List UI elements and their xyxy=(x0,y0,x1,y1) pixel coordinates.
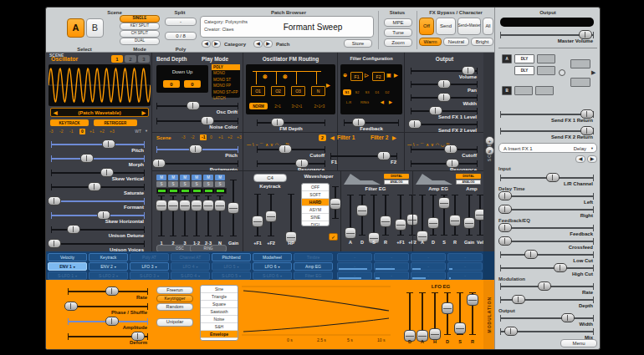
slider-handle[interactable] xyxy=(105,287,119,296)
octave-minus2[interactable]: -2 xyxy=(59,129,63,134)
slider-handle[interactable] xyxy=(554,263,567,272)
fx-node-dly2[interactable]: DLY xyxy=(514,66,534,75)
slider-handle[interactable] xyxy=(80,154,94,163)
fx-node-insert[interactable] xyxy=(535,86,554,95)
slider-handle[interactable] xyxy=(102,139,115,149)
mod-src-filtereg[interactable]: Filter EG xyxy=(294,271,333,280)
fader-handle[interactable] xyxy=(449,215,461,226)
mode-keysplit-button[interactable]: KEY SPLIT xyxy=(120,23,160,30)
mixer-fader-noise[interactable]: N xyxy=(214,194,226,246)
wavetable-prev-icon[interactable]: ◀ xyxy=(54,110,58,115)
fx-feedback-slider[interactable]: Feedback xyxy=(500,223,594,237)
lfo-rate-slider[interactable]: Rate xyxy=(68,287,148,301)
mode-single-button[interactable]: SINGLE xyxy=(120,15,160,23)
lfo-unipolar-button[interactable]: Unipolar xyxy=(156,318,193,327)
lfo-keytrigger-button[interactable]: Keytrigger xyxy=(156,295,193,302)
filter1-label[interactable]: Filter 1 xyxy=(337,135,355,141)
fader-handle[interactable] xyxy=(454,322,466,334)
osc-formant-slider[interactable]: Formant xyxy=(51,196,145,210)
fx-delay-right-slider[interactable]: Right xyxy=(500,205,594,219)
mod-src-velocity[interactable]: Velocity xyxy=(48,253,87,261)
fx-node-insert[interactable] xyxy=(537,54,555,63)
slider-handle[interactable] xyxy=(48,239,61,248)
slider-handle[interactable] xyxy=(88,182,101,191)
lfo-eg-decay-fader[interactable]: D xyxy=(442,291,453,344)
scene-b-button[interactable]: B xyxy=(86,18,104,38)
fader-handle[interactable] xyxy=(227,202,239,214)
filter1-cutoff-slider[interactable]: Cutoff xyxy=(257,145,325,159)
bend-up-value[interactable]: 0 xyxy=(184,80,201,88)
mixer-mute-noise[interactable]: M xyxy=(215,175,225,180)
amp-eg-release-fader[interactable]: R xyxy=(449,193,461,245)
mod-slot[interactable]: - xyxy=(447,253,483,261)
osc-retrigger-button[interactable]: RETRIGGER xyxy=(94,119,137,126)
play-mode-poly[interactable]: POLY xyxy=(212,64,240,70)
waveshaper-enable-checkbox[interactable]: ✓ xyxy=(329,233,338,241)
category-prev-button[interactable]: ◀ xyxy=(202,40,211,48)
scene-sendfx1-slider[interactable]: Send FX 1 Level xyxy=(411,106,478,120)
scene-octave-minus3[interactable]: -3 xyxy=(181,135,185,139)
filter1-subtype-badge[interactable]: 2 xyxy=(319,134,326,141)
wt-type-label[interactable]: WT xyxy=(135,129,141,134)
fx-mod-depth-slider[interactable]: Depth xyxy=(500,295,594,309)
lfo-shape-triangle[interactable]: Triangle xyxy=(201,293,238,301)
fader-handle[interactable] xyxy=(438,197,450,209)
fm-depth-slider[interactable]: FM Depth xyxy=(257,118,325,132)
filter-eg-decay-fader[interactable]: D xyxy=(356,193,368,245)
lfo-eg-hold-fader[interactable]: H xyxy=(429,291,441,344)
scene-volume-slider[interactable]: Volume xyxy=(411,66,478,80)
osc-tab-3[interactable]: 3 xyxy=(138,55,150,63)
mod-src-slfo3[interactable]: S-LFO 3▾ xyxy=(130,271,169,280)
fm-route-norm-button[interactable]: NORM xyxy=(249,103,268,109)
fx-lr-channel-slider[interactable]: L/R Channel xyxy=(500,173,594,187)
mod-slot[interactable]: - xyxy=(447,262,483,271)
mixer-mute-ring23[interactable]: M xyxy=(203,175,213,180)
fader-handle[interactable] xyxy=(167,200,179,211)
lfo-waveform-display[interactable] xyxy=(242,285,391,337)
mixer-fader-1[interactable]: 1 xyxy=(156,194,167,246)
lfo-phase-slider[interactable]: Phase / Shuffle xyxy=(68,302,148,316)
digital-option[interactable]: DIGITAL xyxy=(456,174,481,179)
mod-src-timbre[interactable]: Timbre xyxy=(294,253,333,261)
mod-slot[interactable]: - xyxy=(374,253,409,261)
mixer-mute-1[interactable]: M xyxy=(156,175,166,180)
fx-node-send2[interactable] xyxy=(570,78,590,87)
slider-handle[interactable] xyxy=(444,145,457,154)
mod-src-env2[interactable]: ENV 2▾ xyxy=(89,262,128,271)
character-neutral-button[interactable]: Neutral xyxy=(443,38,469,46)
mixer-fader-3[interactable]: 3 xyxy=(179,194,191,246)
lfo-random-button[interactable]: Random xyxy=(156,303,193,311)
fx-bypass-sendmaster-button[interactable]: Send+Master xyxy=(457,18,481,35)
osc-saturate-slider[interactable]: Saturate xyxy=(51,182,145,196)
slider-handle[interactable] xyxy=(279,145,292,154)
slider-handle[interactable] xyxy=(105,317,119,326)
fx-width-slider[interactable]: Width xyxy=(500,313,594,327)
lfo-shape-envelope[interactable]: Envelope xyxy=(201,331,238,338)
octave-zero[interactable]: 0 xyxy=(79,129,85,134)
fc-d2-button[interactable]: D2 xyxy=(383,89,391,95)
ws-soft[interactable]: SOFT xyxy=(302,191,329,199)
fader-handle[interactable] xyxy=(202,200,214,211)
mode-dual-button[interactable]: DUAL xyxy=(120,38,160,45)
poly-counter[interactable]: 0 / 8 xyxy=(165,32,197,40)
osc-morph-slider[interactable]: Morph xyxy=(51,154,145,168)
category-next-button[interactable]: ▶ xyxy=(212,40,221,48)
filter-type-icon[interactable]: — xyxy=(247,142,251,147)
fc-d1-button[interactable]: D1 xyxy=(373,89,381,95)
fader-handle[interactable] xyxy=(345,227,356,239)
fx-mod-rate-slider[interactable]: Rate xyxy=(500,281,594,296)
lfo-shape-stepseq[interactable]: Step Seq xyxy=(201,338,238,341)
patch-next-button[interactable]: ▶ xyxy=(263,40,273,48)
filter-type-icon[interactable]: \ xyxy=(253,142,253,147)
slider-handle[interactable] xyxy=(152,159,166,168)
filter1-prev-icon[interactable]: ◀ xyxy=(330,135,335,140)
store-button[interactable]: Store xyxy=(344,39,372,48)
mod-src-pitchbend[interactable]: Pitchbend xyxy=(212,253,251,261)
slider-handle[interactable] xyxy=(498,223,512,232)
lfo-deform-slider[interactable]: Deform xyxy=(68,332,148,346)
filter2-label[interactable]: Filter 2 xyxy=(371,135,388,141)
filter2-cutoff-slider[interactable]: Cutoff xyxy=(411,145,478,159)
mod-slot[interactable]: - xyxy=(447,271,483,280)
mod-slot[interactable]: - xyxy=(411,262,446,271)
highpass-fader[interactable]: HP xyxy=(285,192,297,246)
